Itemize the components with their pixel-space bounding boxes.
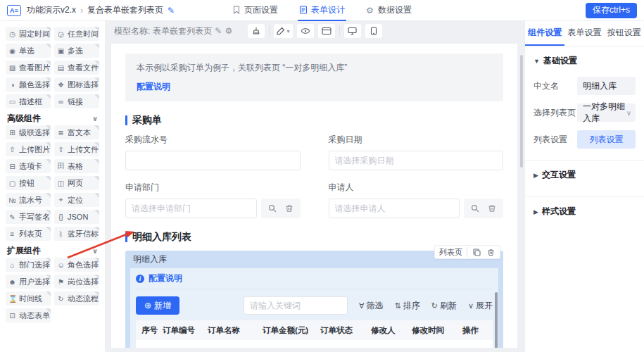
detail-config-link[interactable]: 配置说明: [149, 272, 182, 284]
tab-label: 数据设置: [378, 4, 412, 16]
keyword-search-input[interactable]: [244, 296, 348, 315]
clear-icon[interactable]: [485, 201, 499, 215]
component-item-signature[interactable]: ✎手写签名: [6, 210, 51, 224]
component-item-location[interactable]: ⌖定位: [54, 193, 99, 207]
description-component[interactable]: 本示例以采购订单为例子，关联列表页 “一对多明细入库” 配置说明: [125, 54, 503, 101]
list-action-筛选[interactable]: ∀筛选: [359, 300, 384, 312]
tab-component-settings[interactable]: 组件设置: [525, 21, 564, 46]
bookmark-icon: [232, 6, 241, 14]
list-action-刷新[interactable]: ↻刷新: [431, 300, 457, 312]
component-item-label: 任意时间: [68, 29, 99, 39]
field-label: 申请部门: [125, 182, 301, 194]
tabs-icon: ⊟: [8, 163, 16, 170]
component-item-webpage[interactable]: ◫网页: [54, 176, 99, 190]
component-group-header[interactable]: 高级组件∨: [6, 111, 99, 125]
component-item-view-image[interactable]: ▨查看图片: [6, 61, 51, 75]
component-item-department-select[interactable]: ⌂部门选择: [6, 258, 51, 272]
tab-form-design[interactable]: 表单设计: [298, 0, 346, 21]
component-item-tabs[interactable]: ⊟选项卡: [6, 159, 51, 173]
search-icon[interactable]: [265, 201, 279, 215]
list-action-排序[interactable]: ⇅排序: [395, 300, 420, 312]
component-item-label: 单选: [19, 46, 34, 56]
component-item-serial-number[interactable]: №流水号: [6, 193, 51, 207]
clear-icon[interactable]: [282, 201, 296, 215]
save-button[interactable]: 保存ctrl+s: [586, 3, 637, 18]
component-item-table[interactable]: 田表格: [54, 159, 99, 173]
user-select-icon: ☻: [8, 278, 16, 286]
component-item-cascade-select[interactable]: ⊞级联选择: [6, 125, 51, 139]
card-tool-icon[interactable]: [318, 24, 335, 38]
field-input[interactable]: [329, 199, 460, 218]
clear-canvas-icon[interactable]: [248, 24, 265, 38]
json-icon: {}: [57, 213, 65, 221]
add-record-button[interactable]: ⊕ 新增: [136, 296, 179, 315]
edit-model-name-icon[interactable]: ✎: [215, 26, 222, 36]
app-logo-icon[interactable]: A≡: [7, 5, 21, 16]
list-setting-button[interactable]: 列表设置: [577, 130, 636, 149]
canvas-scrollbar[interactable]: [520, 55, 523, 168]
component-item-user-select[interactable]: ☻用户选择: [6, 275, 51, 289]
search-icon[interactable]: [468, 201, 482, 215]
component-item-checkbox[interactable]: ▣多选: [54, 44, 99, 58]
component-item-timeline[interactable]: ⌛时间线: [6, 291, 51, 306]
tab-button-settings[interactable]: 按钮设置: [605, 21, 644, 46]
role-select-icon: ☺: [57, 261, 65, 269]
magic-tool-dropdown[interactable]: ▾: [274, 24, 292, 38]
component-item-json[interactable]: {}JSON: [54, 210, 99, 224]
config-help-link[interactable]: 配置说明: [137, 81, 492, 93]
component-items-grid: ⊞级联选择≣富文本⇧上传图片⇪上传文件⊟选项卡田表格▢按钮◫网页№流水号⌖定位✎…: [6, 125, 99, 241]
field-input[interactable]: [125, 199, 257, 218]
detail-list-component-selected[interactable]: 列表页 明细入库 i 配置说明: [125, 251, 503, 348]
view-file-icon: ▤: [57, 64, 65, 72]
component-item-fixed-time[interactable]: ◷固定时间: [6, 27, 51, 41]
cn-name-input[interactable]: [577, 77, 636, 95]
list-page-select[interactable]: 一对多明细入库 ∨: [577, 103, 636, 122]
section-style-settings[interactable]: ▶ 样式设置: [525, 197, 644, 226]
list-page-action[interactable]: 列表页: [439, 247, 462, 258]
link-tool-icon[interactable]: [297, 24, 314, 38]
component-item-bluetooth-beacon[interactable]: ᛒ蓝牙信标: [54, 227, 99, 241]
detail-list-scrollbar[interactable]: [495, 292, 498, 348]
tab-data-settings[interactable]: ⚙ 数据设置: [365, 0, 413, 21]
component-item-dynamic-flow[interactable]: ↻动态流程: [54, 291, 99, 306]
list-page-label: 选择列表页: [533, 107, 577, 119]
cascade-select-icon: ⊞: [8, 129, 16, 137]
component-item-any-time[interactable]: ◶任意时间: [54, 27, 99, 41]
component-item-rich-text[interactable]: ≣富文本: [54, 125, 99, 139]
field-input[interactable]: [329, 151, 504, 170]
list-action-展开[interactable]: ∨展开: [468, 300, 493, 312]
color-picker-icon: ◑: [8, 81, 16, 89]
component-item-post-select[interactable]: ⚑岗位选择: [54, 275, 99, 289]
component-item-upload-image[interactable]: ⇧上传图片: [6, 142, 51, 156]
tab-page-settings[interactable]: 页面设置: [231, 0, 279, 21]
component-item-upload-file[interactable]: ⇪上传文件: [54, 142, 99, 156]
component-item-view-file[interactable]: ▤查看文件: [54, 61, 99, 75]
component-group-header[interactable]: 扩展组件∨: [6, 244, 99, 258]
model-settings-icon[interactable]: ⚙: [225, 26, 232, 36]
component-item-color-picker[interactable]: ◑颜色选择: [6, 77, 51, 92]
copy-icon[interactable]: [472, 247, 481, 257]
component-item-role-select[interactable]: ☺角色选择: [54, 258, 99, 272]
component-item-icon-picker[interactable]: ❖图标选择: [54, 77, 99, 92]
component-item-button[interactable]: ▢按钮: [6, 176, 51, 190]
delete-icon[interactable]: [486, 247, 495, 257]
component-item-radio[interactable]: ◉单选: [6, 44, 51, 58]
component-item-description[interactable]: ▭描述框: [6, 94, 51, 108]
field-input[interactable]: [125, 151, 301, 170]
action-icon: ↻: [431, 301, 438, 310]
desktop-preview-icon[interactable]: [344, 24, 361, 38]
edit-title-icon[interactable]: ✎: [168, 6, 175, 15]
table-header-cell: 序号: [141, 325, 163, 336]
mobile-preview-icon[interactable]: [365, 24, 382, 38]
section-basic-settings[interactable]: ▼ 基础设置: [525, 46, 644, 73]
component-item-list-page[interactable]: ≡列表页: [6, 227, 51, 241]
tab-form-settings[interactable]: 表单设置: [564, 21, 604, 46]
form-canvas-sheet: 本示例以采购订单为例子，关联列表页 “一对多明细入库” 配置说明 采购单 采购流…: [111, 44, 517, 348]
component-item-link[interactable]: ∞链接: [54, 94, 99, 108]
webpage-icon: ◫: [57, 180, 65, 187]
field-label: 申请人: [329, 182, 504, 194]
gear-icon: ⚙: [366, 6, 374, 14]
section-interaction-settings[interactable]: ▶ 交互设置: [525, 161, 644, 189]
component-item-dynamic-form[interactable]: ⊡动态表单: [6, 308, 51, 322]
breadcrumb-app[interactable]: 功能演示v2.x: [27, 4, 76, 16]
